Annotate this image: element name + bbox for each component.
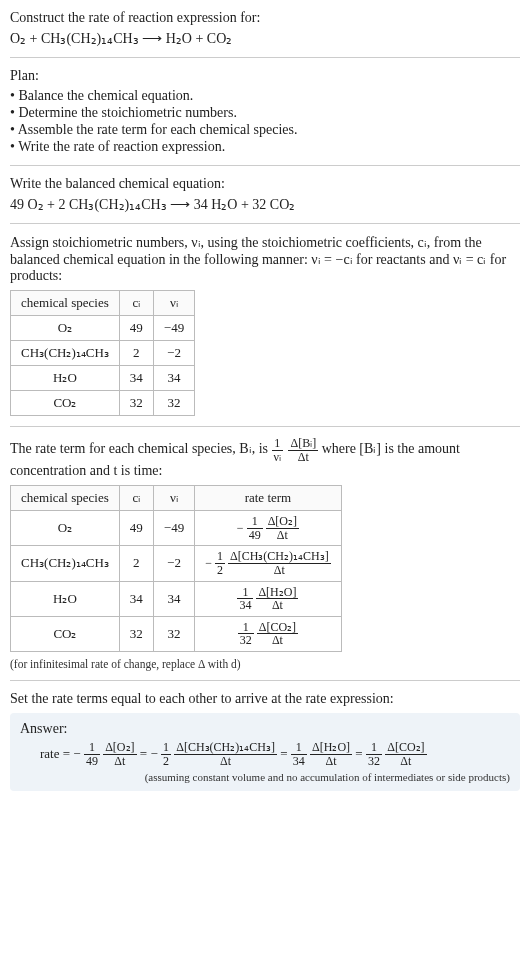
table-row: O₂ 49 −49 [11,316,195,341]
frac-conc: Δ[CO₂]Δt [257,621,298,647]
plan-item: • Balance the chemical equation. [10,88,520,104]
frac-conc: Δ[H₂O]Δt [310,741,352,767]
balanced-heading: Write the balanced chemical equation: [10,176,520,192]
divider [10,165,520,166]
divider [10,57,520,58]
rate-sign: − [205,556,212,570]
cell-species: H₂O [11,581,120,616]
frac-1-over-nu: 1 νᵢ [272,437,283,463]
table-header-row: chemical species cᵢ νᵢ [11,291,195,316]
table-row: CO₂ 32 32 132 Δ[CO₂]Δt [11,616,342,651]
rate-word: rate = [40,746,73,761]
cell-c: 2 [119,341,153,366]
table-row: O₂ 49 −49 − 149 Δ[O₂]Δt [11,511,342,546]
rateterm-text: The rate term for each chemical species,… [10,437,520,479]
cell-v: −49 [153,316,194,341]
divider [10,426,520,427]
cell-rate: 132 Δ[CO₂]Δt [195,616,342,651]
rateterm-section: The rate term for each chemical species,… [10,437,520,670]
cell-c: 34 [119,581,153,616]
answer-label: Answer: [20,721,510,737]
table-row: H₂O 34 34 134 Δ[H₂O]Δt [11,581,342,616]
intro-section: Construct the rate of reaction expressio… [10,10,520,47]
cell-species: CO₂ [11,391,120,416]
cell-rate: 134 Δ[H₂O]Δt [195,581,342,616]
frac-conc: Δ[O₂]Δt [266,515,299,541]
cell-c: 32 [119,391,153,416]
divider [10,680,520,681]
col-species: chemical species [11,486,120,511]
cell-species: O₂ [11,511,120,546]
final-section: Set the rate terms equal to each other t… [10,691,520,791]
cell-species: CO₂ [11,616,120,651]
plan-item: • Assemble the rate term for each chemic… [10,122,520,138]
equals: = [355,746,366,761]
table-row: CO₂ 32 32 [11,391,195,416]
equals: = [280,746,291,761]
cell-c: 32 [119,616,153,651]
rateterm-text-before: The rate term for each chemical species,… [10,441,272,456]
final-heading: Set the rate terms equal to each other t… [10,691,520,707]
col-species: chemical species [11,291,120,316]
cell-species: O₂ [11,316,120,341]
assign-text: Assign stoichiometric numbers, νᵢ, using… [10,234,520,284]
balanced-section: Write the balanced chemical equation: 49… [10,176,520,213]
table-row: CH₃(CH₂)₁₄CH₃ 2 −2 − 12 Δ[CH₃(CH₂)₁₄CH₃]… [11,546,342,581]
frac-dBi-dt: Δ[Bᵢ] Δt [288,437,318,463]
cell-c: 49 [119,316,153,341]
stoich-table: chemical species cᵢ νᵢ O₂ 49 −49 CH₃(CH₂… [10,290,195,416]
cell-species: CH₃(CH₂)₁₄CH₃ [11,546,120,581]
rate-sign: − [150,746,157,761]
cell-c: 49 [119,511,153,546]
table-row: H₂O 34 34 [11,366,195,391]
cell-v: 32 [153,616,194,651]
frac-coef: 12 [161,741,171,767]
plan-list: • Balance the chemical equation. • Deter… [10,88,520,155]
answer-note: (assuming constant volume and no accumul… [20,771,510,783]
assign-section: Assign stoichiometric numbers, νᵢ, using… [10,234,520,416]
plan-item: • Write the rate of reaction expression. [10,139,520,155]
cell-v: 34 [153,366,194,391]
answer-equation: rate = − 149 Δ[O₂]Δt = − 12 Δ[CH₃(CH₂)₁₄… [20,741,510,767]
col-v: νᵢ [153,291,194,316]
rateterm-table: chemical species cᵢ νᵢ rate term O₂ 49 −… [10,485,342,652]
rate-sign: − [237,521,244,535]
intro-title: Construct the rate of reaction expressio… [10,10,520,26]
intro-equation: O₂ + CH₃(CH₂)₁₄CH₃ ⟶ H₂O + CO₂ [10,30,520,47]
cell-species: CH₃(CH₂)₁₄CH₃ [11,341,120,366]
rateterm-note: (for infinitesimal rate of change, repla… [10,658,520,670]
rate-sign: − [73,746,80,761]
frac-coef: 149 [84,741,100,767]
frac-coef: 12 [215,550,225,576]
plan-item: • Determine the stoichiometric numbers. [10,105,520,121]
plan-section: Plan: • Balance the chemical equation. •… [10,68,520,155]
cell-v: 34 [153,581,194,616]
col-c: cᵢ [119,291,153,316]
cell-v: −2 [153,546,194,581]
table-row: CH₃(CH₂)₁₄CH₃ 2 −2 [11,341,195,366]
cell-species: H₂O [11,366,120,391]
table-header-row: chemical species cᵢ νᵢ rate term [11,486,342,511]
col-c: cᵢ [119,486,153,511]
balanced-equation: 49 O₂ + 2 CH₃(CH₂)₁₄CH₃ ⟶ 34 H₂O + 32 CO… [10,196,520,213]
cell-v: −2 [153,341,194,366]
frac-conc: Δ[CO₂]Δt [385,741,426,767]
frac-conc: Δ[CH₃(CH₂)₁₄CH₃]Δt [174,741,277,767]
frac-conc: Δ[O₂]Δt [103,741,136,767]
frac-coef: 134 [237,586,253,612]
frac-coef: 149 [247,515,263,541]
cell-v: 32 [153,391,194,416]
frac-coef: 132 [366,741,382,767]
frac-coef: 132 [238,621,254,647]
cell-rate: − 12 Δ[CH₃(CH₂)₁₄CH₃]Δt [195,546,342,581]
answer-box: Answer: rate = − 149 Δ[O₂]Δt = − 12 Δ[CH… [10,713,520,791]
frac-conc: Δ[CH₃(CH₂)₁₄CH₃]Δt [228,550,331,576]
plan-heading: Plan: [10,68,520,84]
frac-conc: Δ[H₂O]Δt [256,586,298,612]
cell-c: 34 [119,366,153,391]
col-v: νᵢ [153,486,194,511]
equals: = [140,746,151,761]
cell-v: −49 [153,511,194,546]
divider [10,223,520,224]
cell-rate: − 149 Δ[O₂]Δt [195,511,342,546]
